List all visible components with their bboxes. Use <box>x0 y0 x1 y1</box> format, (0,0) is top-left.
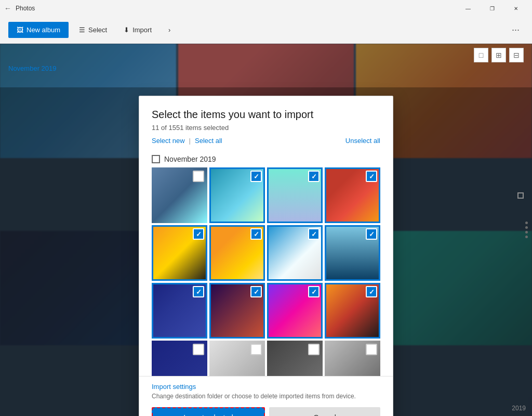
minimize-button[interactable]: — <box>456 0 480 17</box>
view-toggle: □ ⊞ ⊟ <box>474 48 524 62</box>
photo-checkbox-p9[interactable]: ✓ <box>193 286 204 297</box>
modal-actions: Select new | Select all Unselect all <box>152 137 380 145</box>
photo-checkbox-p8[interactable]: ✓ <box>366 228 377 240</box>
photo-checkbox-p13[interactable] <box>193 344 204 355</box>
photo-cell-p7[interactable]: ✓ <box>267 225 323 281</box>
close-button[interactable]: ✕ <box>504 0 528 17</box>
photo-checkbox-p1[interactable] <box>193 171 204 182</box>
import-settings-link[interactable]: Import settings <box>152 383 380 391</box>
photo-grid: ✓✓✓✓✓✓✓✓✓✓✓ <box>152 167 380 376</box>
photo-checkbox-p10[interactable]: ✓ <box>250 286 262 297</box>
modal-grid-container[interactable]: ✓✓✓✓✓✓✓✓✓✓✓ <box>139 167 393 376</box>
window-controls: — ❐ ✕ <box>456 0 528 17</box>
import-button[interactable]: ⬇ Import <box>117 22 158 38</box>
new-album-label: New album <box>26 26 60 34</box>
modal-subtitle: 11 of 1551 items selected <box>152 124 380 132</box>
select-all-link[interactable]: Select all <box>195 137 222 145</box>
photo-cell-p4[interactable]: ✓ <box>325 167 380 223</box>
app-title: Photos <box>16 5 35 12</box>
select-label: Select <box>88 26 107 34</box>
forward-button[interactable]: › <box>162 22 177 38</box>
photo-cell-p16[interactable] <box>325 341 380 376</box>
photo-checkbox-p4[interactable]: ✓ <box>366 171 377 182</box>
photo-cell-p11[interactable]: ✓ <box>267 283 323 339</box>
restore-button[interactable]: ❐ <box>480 0 504 17</box>
photo-cell-p10[interactable]: ✓ <box>209 283 265 339</box>
photo-cell-p13[interactable] <box>152 341 207 376</box>
modal-footer: Import settings Change destination folde… <box>139 376 393 416</box>
photo-cell-p3[interactable]: ✓ <box>267 167 323 223</box>
month-header: November 2019 <box>139 151 393 167</box>
photo-cell-p8[interactable]: ✓ <box>325 225 380 281</box>
photo-cell-p2[interactable]: ✓ <box>209 167 265 223</box>
title-bar: ← Photos — ❐ ✕ <box>0 0 532 17</box>
photo-checkbox-p11[interactable]: ✓ <box>308 286 320 297</box>
photo-cell-p9[interactable]: ✓ <box>152 283 207 339</box>
import-settings-desc: Change destination folder or choose to d… <box>152 393 380 400</box>
select-button[interactable]: ☰ Select <box>73 22 113 38</box>
titlebar-left: ← Photos <box>4 4 35 12</box>
forward-icon: › <box>168 26 170 34</box>
photo-checkbox-p15[interactable] <box>308 344 320 355</box>
photo-checkbox-p14[interactable] <box>250 344 262 355</box>
photo-cell-p6[interactable]: ✓ <box>209 225 265 281</box>
unselect-all-link[interactable]: Unselect all <box>345 137 380 145</box>
view-checkbox-button[interactable]: □ <box>474 48 488 62</box>
photo-cell-p14[interactable] <box>209 341 265 376</box>
view-grid2-button[interactable]: ⊞ <box>491 48 506 62</box>
photo-checkbox-p16[interactable] <box>366 344 377 355</box>
more-options-button[interactable]: ··· <box>508 22 524 37</box>
select-icon: ☰ <box>79 26 85 34</box>
back-button[interactable]: ← <box>4 4 11 12</box>
modal-title: Select the items you want to import <box>152 109 380 121</box>
photo-checkbox-p5[interactable]: ✓ <box>193 228 204 240</box>
photo-checkbox-p7[interactable]: ✓ <box>308 228 320 240</box>
import-selected-button[interactable]: Import selected <box>152 407 265 416</box>
import-label: Import <box>132 26 152 34</box>
import-modal: Select the items you want to import 11 o… <box>139 96 393 416</box>
action-separator: | <box>189 137 191 145</box>
select-new-link[interactable]: Select new <box>152 137 185 145</box>
sidebar-date: November 2019 <box>8 64 57 72</box>
new-album-icon: 🖼 <box>17 26 23 34</box>
main-toolbar: 🖼 New album ☰ Select ⬇ Import › ··· <box>0 17 532 44</box>
photo-cell-p5[interactable]: ✓ <box>152 225 207 281</box>
modal-overlay: Select the items you want to import 11 o… <box>0 87 532 416</box>
photo-checkbox-p2[interactable]: ✓ <box>250 171 262 182</box>
modal-header: Select the items you want to import 11 o… <box>139 96 393 151</box>
photo-checkbox-p3[interactable]: ✓ <box>308 171 320 182</box>
import-icon: ⬇ <box>124 26 129 34</box>
photo-background: November 2019 □ ⊞ ⊟ 2019 Select the item… <box>0 44 532 416</box>
photo-cell-p1[interactable] <box>152 167 207 223</box>
month-label: November 2019 <box>164 155 216 163</box>
photo-checkbox-p12[interactable]: ✓ <box>366 286 377 297</box>
photo-cell-p15[interactable] <box>267 341 323 376</box>
month-checkbox[interactable] <box>152 155 160 163</box>
view-grid3-button[interactable]: ⊟ <box>509 48 524 62</box>
photo-checkbox-p6[interactable]: ✓ <box>250 228 262 240</box>
cancel-button[interactable]: Cancel <box>269 407 380 416</box>
new-album-button[interactable]: 🖼 New album <box>8 22 69 38</box>
footer-buttons: Import selected Cancel <box>152 407 380 416</box>
photo-cell-p12[interactable]: ✓ <box>325 283 380 339</box>
